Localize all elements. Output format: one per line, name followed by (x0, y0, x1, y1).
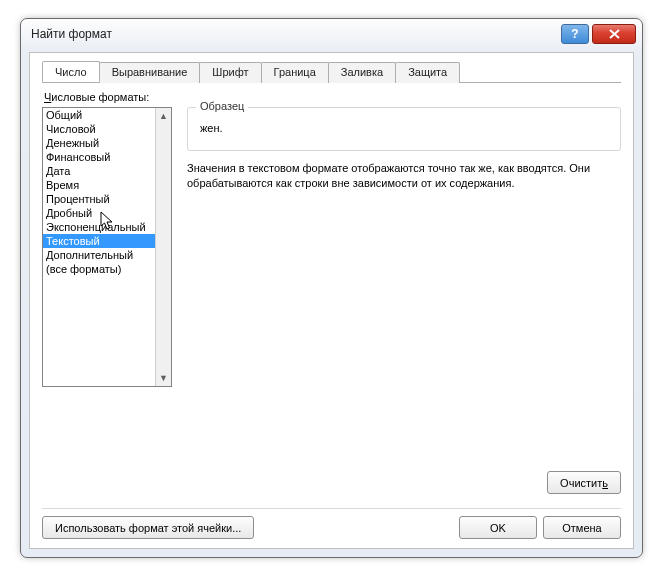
format-item[interactable]: Дата (43, 164, 155, 178)
format-item[interactable]: Дополнительный (43, 248, 155, 262)
format-description: Значения в текстовом формате отображаютс… (187, 161, 621, 191)
use-cell-format-button[interactable]: Использовать формат этой ячейки... (42, 516, 254, 539)
cancel-button[interactable]: Отмена (543, 516, 621, 539)
clear-button[interactable]: Очистить (547, 471, 621, 494)
tab-4[interactable]: Заливка (328, 62, 396, 83)
formats-label: Числовые форматы: (44, 91, 149, 103)
tab-strip: ЧислоВыравниваниеШрифтГраницаЗаливкаЗащи… (42, 61, 621, 83)
tab-2[interactable]: Шрифт (199, 62, 261, 83)
format-item[interactable]: Общий (43, 108, 155, 122)
formats-listbox[interactable]: ОбщийЧисловойДенежныйФинансовыйДатаВремя… (42, 107, 172, 387)
scrollbar[interactable]: ▲ ▼ (155, 108, 171, 386)
dialog-body: ЧислоВыравниваниеШрифтГраницаЗаливкаЗащи… (29, 52, 634, 549)
window-buttons: ? (558, 24, 636, 44)
scroll-down-icon[interactable]: ▼ (156, 370, 171, 386)
tab-3[interactable]: Граница (261, 62, 329, 83)
sample-group: Образец жен. (187, 107, 621, 151)
dialog-window: Найти формат ? ЧислоВыравниваниеШрифтГра… (20, 18, 643, 558)
window-title: Найти формат (31, 27, 558, 41)
tab-number-panel: Числовые форматы: ОбщийЧисловойДенежныйФ… (42, 83, 621, 498)
format-item[interactable]: Дробный (43, 206, 155, 220)
format-item[interactable]: Текстовый (43, 234, 155, 248)
format-item[interactable]: Числовой (43, 122, 155, 136)
tab-5[interactable]: Защита (395, 62, 460, 83)
close-button[interactable] (592, 24, 636, 44)
format-item[interactable]: Процентный (43, 192, 155, 206)
titlebar: Найти формат ? (21, 19, 642, 49)
format-item[interactable]: Время (43, 178, 155, 192)
format-item[interactable]: Денежный (43, 136, 155, 150)
sample-legend: Образец (196, 100, 248, 112)
format-item[interactable]: Экспоненциальный (43, 220, 155, 234)
sample-value: жен. (188, 108, 620, 134)
scroll-up-icon[interactable]: ▲ (156, 108, 171, 124)
dialog-footer: Использовать формат этой ячейки... OK От… (42, 508, 621, 536)
tab-0[interactable]: Число (42, 61, 100, 82)
help-button[interactable]: ? (561, 24, 589, 44)
tab-1[interactable]: Выравнивание (99, 62, 201, 83)
ok-button[interactable]: OK (459, 516, 537, 539)
format-item[interactable]: Финансовый (43, 150, 155, 164)
format-item[interactable]: (все форматы) (43, 262, 155, 276)
